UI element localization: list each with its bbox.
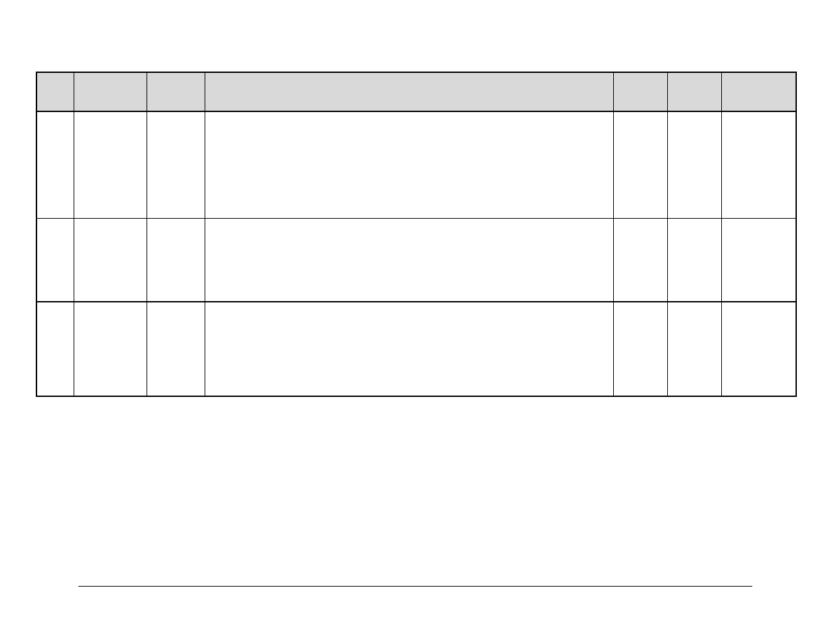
table-header-row: [36, 72, 796, 111]
table-container: [36, 72, 797, 397]
table-cell: [74, 111, 147, 218]
header-cell: [74, 72, 147, 111]
table-cell: [74, 302, 147, 396]
table-cell: [667, 302, 721, 396]
table-row: [36, 302, 796, 396]
table-cell: [147, 111, 205, 218]
header-cell: [36, 72, 74, 111]
table-cell: [74, 218, 147, 302]
table-cell: [36, 111, 74, 218]
data-table: [36, 72, 797, 397]
table-cell: [147, 302, 205, 396]
table-cell: [613, 302, 667, 396]
table-cell: [147, 218, 205, 302]
table-cell: [721, 218, 796, 302]
header-cell: [613, 72, 667, 111]
table-cell: [667, 218, 721, 302]
table-cell: [205, 111, 614, 218]
header-cell: [205, 72, 614, 111]
header-cell: [147, 72, 205, 111]
table-cell: [667, 111, 721, 218]
header-cell: [721, 72, 796, 111]
table-row: [36, 218, 796, 302]
table-row: [36, 111, 796, 218]
table-cell: [721, 111, 796, 218]
header-cell: [667, 72, 721, 111]
table-cell: [613, 111, 667, 218]
table-cell: [613, 218, 667, 302]
footer-rule: [78, 586, 752, 587]
table-cell: [36, 302, 74, 396]
table-cell: [205, 302, 614, 396]
table-cell: [36, 218, 74, 302]
table-cell: [205, 218, 614, 302]
table-cell: [721, 302, 796, 396]
